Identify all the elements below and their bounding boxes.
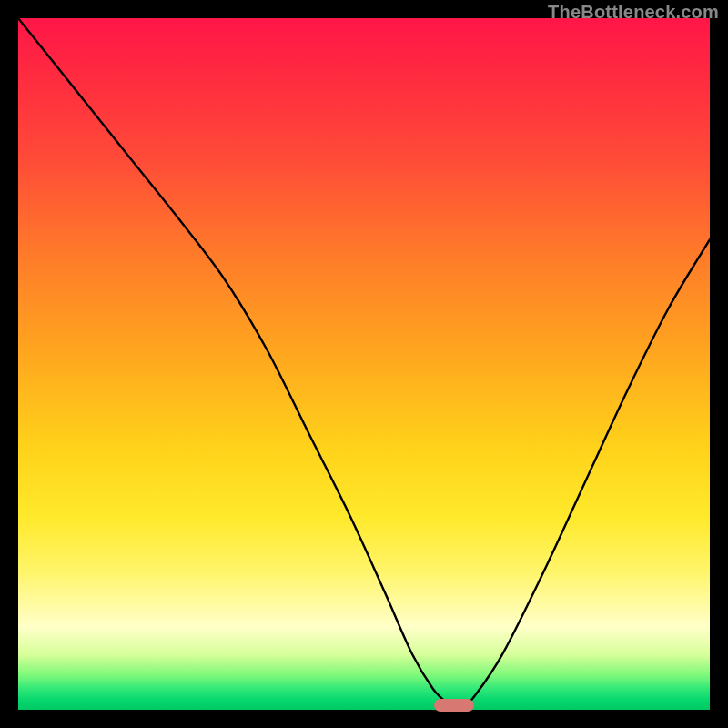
plot-area bbox=[18, 18, 710, 710]
optimum-marker bbox=[434, 699, 474, 712]
chart-frame: TheBottleneck.com bbox=[0, 0, 728, 728]
bottleneck-curve bbox=[18, 18, 710, 710]
